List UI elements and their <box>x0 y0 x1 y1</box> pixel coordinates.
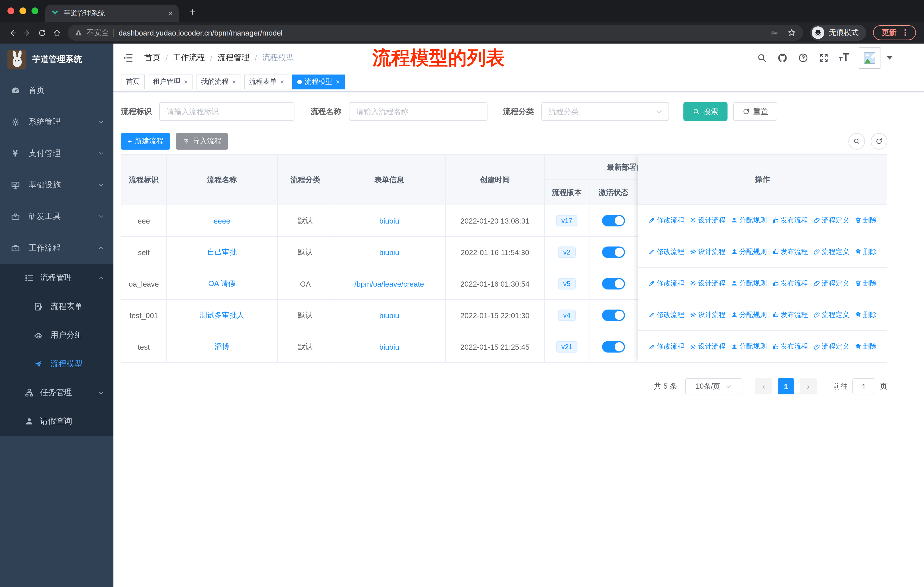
sidebar-item-process-form[interactable]: 流程表单 <box>0 293 114 321</box>
sidebar-item-leave-query[interactable]: 请假查询 <box>0 407 114 436</box>
menu-fold-icon[interactable] <box>121 51 134 64</box>
publish-process-link[interactable]: 发布流程 <box>772 310 808 319</box>
process-definition-link[interactable]: 流程定义 <box>813 247 849 256</box>
tag-tenant[interactable]: 租户管理× <box>148 74 193 89</box>
design-process-link[interactable]: 设计流程 <box>690 310 726 319</box>
delete-link[interactable]: 删除 <box>855 310 877 319</box>
search-button[interactable]: 搜索 <box>683 102 728 121</box>
process-name-link[interactable]: OA 请假 <box>208 279 236 288</box>
home-icon[interactable] <box>49 25 64 40</box>
delete-link[interactable]: 删除 <box>855 215 877 225</box>
create-process-button[interactable]: + 新建流程 <box>121 133 170 150</box>
help-icon[interactable] <box>798 52 808 63</box>
process-category-select[interactable]: 流程分类 <box>541 102 669 121</box>
prev-page-button[interactable]: ‹ <box>755 378 772 394</box>
refresh-table-button[interactable] <box>871 133 887 150</box>
fullscreen-icon[interactable] <box>818 52 829 63</box>
goto-page-input[interactable] <box>852 378 875 394</box>
sidebar-item-payment[interactable]: ¥ 支付管理 <box>0 137 114 169</box>
sidebar-item-user-group[interactable]: 用户分组 <box>0 321 114 350</box>
next-page-button[interactable]: › <box>800 378 817 394</box>
design-process-link[interactable]: 设计流程 <box>690 215 726 225</box>
form-info-link[interactable]: biubiu <box>379 248 399 256</box>
new-tab-button[interactable]: + <box>186 6 200 20</box>
minimize-window-button[interactable] <box>20 7 26 14</box>
font-size-icon[interactable]: TT <box>839 53 849 62</box>
assign-rules-link[interactable]: 分配规则 <box>731 278 767 288</box>
key-icon[interactable] <box>771 28 779 37</box>
edit-process-link[interactable]: 修改流程 <box>648 310 684 319</box>
process-name-link[interactable]: 自己审批 <box>207 248 237 256</box>
tab-close-icon[interactable]: × <box>168 9 173 17</box>
process-name-input[interactable] <box>349 102 487 121</box>
process-key-input[interactable] <box>159 102 294 121</box>
design-process-link[interactable]: 设计流程 <box>690 278 726 288</box>
tag-process-form[interactable]: 流程表单× <box>244 74 289 89</box>
update-browser-button[interactable]: 更新 ⋮ <box>873 25 916 40</box>
close-icon[interactable]: × <box>280 78 284 86</box>
form-info-link[interactable]: /bpm/oa/leave/create <box>355 279 424 288</box>
publish-process-link[interactable]: 发布流程 <box>772 247 808 256</box>
tag-my-process[interactable]: 我的流程× <box>196 74 241 89</box>
sidebar-item-home[interactable]: 首页 <box>0 74 114 106</box>
form-info-link[interactable]: biubiu <box>379 217 399 225</box>
close-icon[interactable]: × <box>232 78 236 86</box>
edit-process-link[interactable]: 修改流程 <box>648 342 684 351</box>
design-process-link[interactable]: 设计流程 <box>690 247 726 256</box>
process-definition-link[interactable]: 流程定义 <box>813 215 849 225</box>
active-toggle[interactable] <box>602 309 625 321</box>
edit-process-link[interactable]: 修改流程 <box>648 278 684 288</box>
toggle-search-button[interactable] <box>848 133 865 150</box>
active-toggle[interactable] <box>602 215 625 227</box>
design-process-link[interactable]: 设计流程 <box>690 342 726 351</box>
publish-process-link[interactable]: 发布流程 <box>772 278 808 288</box>
close-icon[interactable]: × <box>184 78 188 86</box>
sidebar-item-task-management[interactable]: 任务管理 <box>0 378 114 407</box>
forward-icon[interactable] <box>20 25 35 40</box>
form-info-link[interactable]: biubiu <box>379 311 399 319</box>
sidebar-item-system[interactable]: 系统管理 <box>0 106 114 137</box>
edit-process-link[interactable]: 修改流程 <box>648 215 684 225</box>
active-toggle[interactable] <box>602 246 625 258</box>
bookmark-star-icon[interactable] <box>787 28 796 37</box>
assign-rules-link[interactable]: 分配规则 <box>731 215 767 225</box>
back-icon[interactable] <box>5 25 20 40</box>
sidebar-item-workflow[interactable]: 工作流程 <box>0 232 114 264</box>
reset-button[interactable]: 重置 <box>733 102 777 121</box>
maximize-window-button[interactable] <box>31 7 38 14</box>
github-icon[interactable] <box>777 52 788 63</box>
edit-process-link[interactable]: 修改流程 <box>648 247 684 256</box>
active-toggle[interactable] <box>602 278 625 289</box>
sidebar-item-infrastructure[interactable]: 基础设施 <box>0 169 114 201</box>
security-status[interactable]: 不安全 <box>74 28 109 38</box>
delete-link[interactable]: 删除 <box>855 342 877 351</box>
import-process-button[interactable]: 导入流程 <box>176 133 228 150</box>
avatar[interactable] <box>859 47 881 68</box>
reload-icon[interactable] <box>35 25 49 40</box>
sidebar-item-process-management[interactable]: 流程管理 <box>0 264 114 293</box>
close-icon[interactable]: × <box>336 78 340 86</box>
publish-process-link[interactable]: 发布流程 <box>772 342 808 351</box>
breadcrumb-home[interactable]: 首页 <box>144 53 160 63</box>
active-toggle[interactable] <box>602 341 625 352</box>
sidebar-item-dev-tools[interactable]: 研发工具 <box>0 201 114 232</box>
assign-rules-link[interactable]: 分配规则 <box>731 247 767 256</box>
browser-tab[interactable]: 芋道管理系统 × <box>45 5 179 22</box>
page-size-select[interactable]: 10条/页 <box>685 378 742 394</box>
process-definition-link[interactable]: 流程定义 <box>813 310 849 319</box>
close-window-button[interactable] <box>7 7 14 14</box>
process-name-link[interactable]: 滔博 <box>214 342 229 351</box>
avatar-caret-icon[interactable] <box>887 56 893 60</box>
tag-home[interactable]: 首页 <box>121 74 145 89</box>
form-info-link[interactable]: biubiu <box>379 342 399 351</box>
breadcrumb-process-management[interactable]: 流程管理 <box>218 53 250 63</box>
sidebar-item-process-model[interactable]: 流程模型 <box>0 350 114 378</box>
process-name-link[interactable]: 测试多审批人 <box>200 311 244 319</box>
process-name-link[interactable]: eeee <box>214 217 230 225</box>
process-definition-link[interactable]: 流程定义 <box>813 278 849 288</box>
publish-process-link[interactable]: 发布流程 <box>772 215 808 225</box>
delete-link[interactable]: 删除 <box>855 278 877 288</box>
assign-rules-link[interactable]: 分配规则 <box>731 310 767 319</box>
tag-process-model[interactable]: 流程模型× <box>292 74 345 89</box>
search-icon[interactable] <box>756 52 767 63</box>
